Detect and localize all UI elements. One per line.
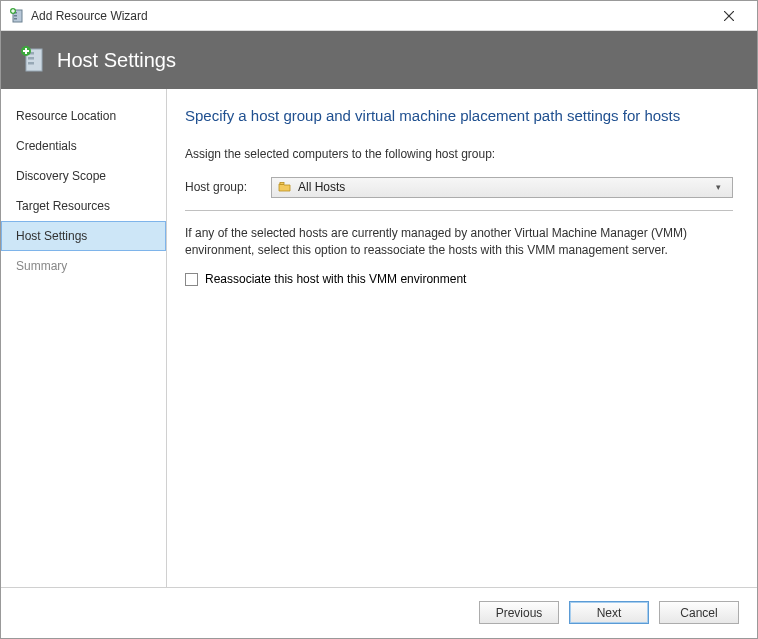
reassociate-row: Reassociate this host with this VMM envi… (185, 272, 733, 286)
sidebar-item-label: Resource Location (16, 109, 116, 123)
footer: Previous Next Cancel (1, 587, 757, 637)
titlebar: Add Resource Wizard (1, 1, 757, 31)
reassociate-checkbox[interactable] (185, 273, 198, 286)
app-icon (9, 8, 25, 24)
host-group-select[interactable]: All Hosts ▾ (271, 177, 733, 198)
main-area: Resource Location Credentials Discovery … (1, 89, 757, 587)
button-label: Previous (496, 606, 543, 620)
previous-button[interactable]: Previous (479, 601, 559, 624)
window-title: Add Resource Wizard (31, 9, 709, 23)
next-button[interactable]: Next (569, 601, 649, 624)
host-group-value: All Hosts (298, 180, 716, 194)
host-group-label: Host group: (185, 180, 271, 194)
button-label: Cancel (680, 606, 717, 620)
sidebar-item-label: Host Settings (16, 229, 87, 243)
assign-text: Assign the selected computers to the fol… (185, 146, 733, 163)
sidebar-item-host-settings[interactable]: Host Settings (1, 221, 166, 251)
cancel-button[interactable]: Cancel (659, 601, 739, 624)
sidebar-item-label: Target Resources (16, 199, 110, 213)
svg-rect-11 (28, 57, 34, 60)
banner-title: Host Settings (57, 49, 176, 72)
sidebar-item-discovery-scope[interactable]: Discovery Scope (1, 161, 166, 191)
button-label: Next (597, 606, 622, 620)
svg-rect-16 (280, 183, 284, 185)
banner-icon (19, 46, 47, 74)
reassociate-label: Reassociate this host with this VMM envi… (205, 272, 466, 286)
page-heading: Specify a host group and virtual machine… (185, 107, 733, 124)
sidebar-item-label: Credentials (16, 139, 77, 153)
sidebar-item-label: Discovery Scope (16, 169, 106, 183)
svg-rect-6 (11, 10, 15, 11)
sidebar-item-credentials[interactable]: Credentials (1, 131, 166, 161)
banner: Host Settings (1, 31, 757, 89)
close-button[interactable] (709, 2, 749, 30)
svg-rect-12 (28, 62, 34, 65)
divider (185, 210, 733, 211)
sidebar: Resource Location Credentials Discovery … (1, 89, 167, 587)
sidebar-item-summary[interactable]: Summary (1, 251, 166, 281)
chevron-down-icon: ▾ (716, 182, 726, 192)
sidebar-item-label: Summary (16, 259, 67, 273)
svg-rect-2 (14, 15, 17, 17)
svg-rect-15 (23, 50, 29, 52)
reassociate-intro: If any of the selected hosts are current… (185, 225, 733, 259)
folder-icon (278, 180, 292, 194)
content-panel: Specify a host group and virtual machine… (167, 89, 757, 587)
close-icon (724, 11, 734, 21)
sidebar-item-resource-location[interactable]: Resource Location (1, 101, 166, 131)
svg-rect-3 (14, 18, 17, 20)
sidebar-item-target-resources[interactable]: Target Resources (1, 191, 166, 221)
host-group-row: Host group: All Hosts ▾ (185, 177, 733, 198)
